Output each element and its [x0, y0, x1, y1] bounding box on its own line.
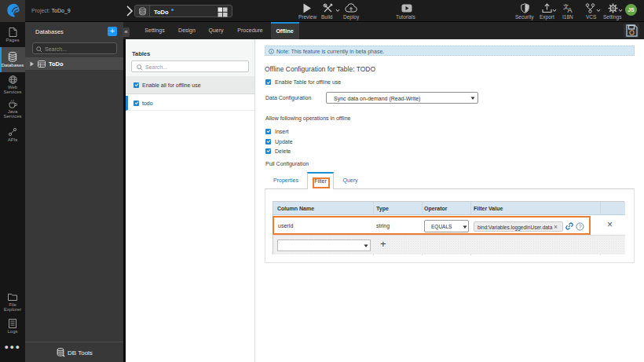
svg-text:A: A [568, 6, 573, 13]
